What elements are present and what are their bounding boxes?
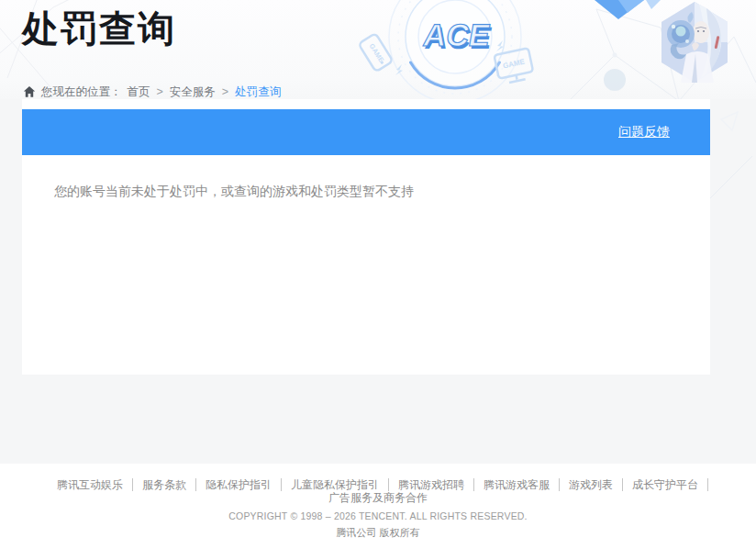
breadcrumb-label: 您现在的位置： bbox=[41, 84, 122, 100]
footer-link[interactable]: 服务条款 bbox=[133, 478, 196, 491]
logo-mid-ring bbox=[406, 0, 505, 86]
svg-text:GAME: GAME bbox=[368, 42, 386, 64]
breadcrumb-separator: > bbox=[222, 85, 228, 98]
soft-circle-decoration bbox=[604, 69, 626, 91]
page-title: 处罚查询 bbox=[22, 4, 176, 54]
ace-logo-cluster: ACE ACE GAME GAME bbox=[345, 0, 565, 99]
footer-link[interactable]: 游戏列表 bbox=[560, 478, 623, 491]
footer-link[interactable]: 腾讯游戏招聘 bbox=[389, 478, 474, 491]
lightning-icon-right bbox=[496, 40, 504, 51]
footer-links: 腾讯互动娱乐服务条款隐私保护指引儿童隐私保护指引腾讯游戏招聘腾讯游戏客服游戏列表… bbox=[0, 478, 756, 504]
footer-link[interactable]: 儿童隐私保护指引 bbox=[282, 478, 389, 491]
result-message: 您的账号当前未处于处罚中，或查询的游戏和处罚类型暂不支持 bbox=[54, 182, 710, 200]
feedback-link[interactable]: 问题反馈 bbox=[618, 124, 670, 140]
logo-outer-ring bbox=[389, 0, 521, 99]
footer-copyright: COPYRIGHT © 1998 – 2026 TENCENT. ALL RIG… bbox=[0, 510, 756, 521]
breadcrumb: 您现在的位置： 首页 > 安全服务 > 处罚查询 bbox=[23, 84, 281, 99]
ace-logo: ACE ACE bbox=[420, 17, 495, 55]
footer-link[interactable]: 广告服务及商务合作 bbox=[319, 491, 437, 504]
home-icon bbox=[23, 85, 36, 98]
page-footer: 腾讯互动娱乐服务条款隐私保护指引儿童隐私保护指引腾讯游戏招聘腾讯游戏客服游戏列表… bbox=[0, 464, 756, 560]
lightning-icon-left bbox=[395, 64, 403, 75]
game-phone-icon: GAME bbox=[359, 33, 394, 72]
ace-logo-face: ACE bbox=[421, 17, 493, 52]
logo-arc bbox=[411, 62, 500, 88]
footer-link[interactable]: 隐私保护指引 bbox=[196, 478, 282, 491]
footer-link[interactable]: 腾讯互动娱乐 bbox=[48, 478, 133, 491]
character-hexagon-image bbox=[655, 1, 734, 87]
breadcrumb-separator: > bbox=[157, 85, 163, 98]
page-header: 处罚查询 ACE ACE GAME GAME bbox=[0, 0, 756, 99]
character-face bbox=[693, 21, 709, 43]
content-panel: 问题反馈 您的账号当前未处于处罚中，或查询的游戏和处罚类型暂不支持 bbox=[22, 99, 710, 375]
logo-inner-ring bbox=[418, 0, 492, 73]
logo-dashed-ring bbox=[398, 0, 512, 94]
breadcrumb-item-current[interactable]: 处罚查询 bbox=[235, 84, 281, 100]
ace-logo-shadow: ACE bbox=[423, 20, 495, 55]
svg-text:GAME: GAME bbox=[502, 57, 526, 70]
footer-company: 腾讯公司 版权所有 bbox=[0, 526, 756, 540]
query-banner: 问题反馈 bbox=[22, 109, 710, 155]
breadcrumb-item-home[interactable]: 首页 bbox=[128, 84, 150, 100]
footer-link[interactable]: 腾讯游戏客服 bbox=[474, 478, 560, 491]
breadcrumb-item-security-service[interactable]: 安全服务 bbox=[170, 84, 216, 100]
footer-link[interactable]: 成长守护平台 bbox=[623, 478, 708, 491]
game-monitor-icon: GAME bbox=[495, 48, 535, 84]
